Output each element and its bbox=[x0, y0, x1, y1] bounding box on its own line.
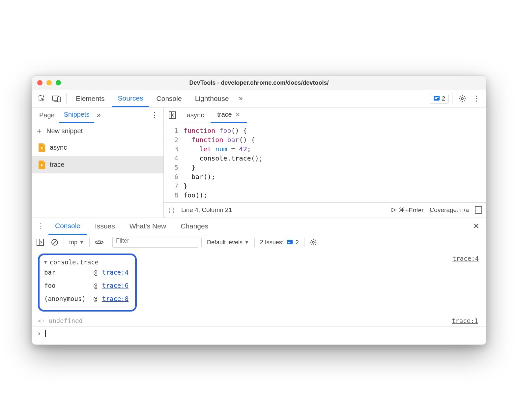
svg-point-15 bbox=[312, 241, 314, 243]
clear-console-icon[interactable] bbox=[49, 239, 60, 246]
line-gutter: 12345678 bbox=[164, 126, 184, 200]
sources-panel: Page Snippets » ⋮ ＋ New snippet asynctra… bbox=[32, 107, 486, 218]
snippet-file-icon bbox=[39, 143, 46, 152]
svg-rect-9 bbox=[37, 239, 43, 246]
toggle-drawer-icon[interactable] bbox=[475, 206, 482, 214]
frame-function: foo bbox=[44, 279, 94, 292]
code-content: function foo() { function bar() { let nu… bbox=[184, 126, 486, 200]
prompt-caret-icon: › bbox=[37, 329, 41, 337]
drawer-tab-whatsnew[interactable]: What's New bbox=[123, 218, 173, 235]
text-cursor bbox=[45, 330, 46, 337]
new-snippet-label: New snippet bbox=[46, 127, 83, 135]
snippet-list: asynctrace bbox=[32, 139, 163, 173]
editor-tab[interactable]: trace✕ bbox=[211, 107, 246, 123]
frame-source-link[interactable]: trace:4 bbox=[102, 266, 129, 279]
tab-sources[interactable]: Sources bbox=[112, 90, 149, 107]
drawer-kebab-icon[interactable]: ⋮ bbox=[35, 222, 47, 230]
editor-tab-label: async bbox=[187, 111, 204, 119]
undefined-value: undefined bbox=[49, 317, 83, 324]
console-settings-gear-icon[interactable] bbox=[308, 239, 319, 246]
navigator-kebab-icon[interactable]: ⋮ bbox=[148, 111, 161, 119]
snippet-file-icon bbox=[39, 161, 46, 169]
new-snippet-button[interactable]: ＋ New snippet bbox=[32, 123, 163, 139]
console-sidebar-toggle-icon[interactable] bbox=[35, 239, 46, 246]
frame-source-link[interactable]: trace:6 bbox=[102, 279, 129, 292]
console-result-row: <· undefined trace:1 bbox=[32, 315, 486, 327]
return-arrow-icon: <· bbox=[38, 317, 45, 324]
at-symbol: @ bbox=[94, 279, 102, 292]
log-levels-selector[interactable]: Default levels ▼ bbox=[205, 239, 251, 246]
tab-lighthouse[interactable]: Lighthouse bbox=[189, 90, 235, 107]
minimize-window-button[interactable] bbox=[46, 80, 52, 85]
device-toolbar-icon[interactable] bbox=[50, 92, 63, 105]
issues-count: 2 bbox=[296, 239, 299, 246]
at-symbol: @ bbox=[94, 292, 102, 305]
editor-tab[interactable]: async bbox=[180, 107, 211, 123]
frame-source-link[interactable]: trace:8 bbox=[102, 292, 129, 305]
tab-elements[interactable]: Elements bbox=[70, 90, 111, 107]
more-navigator-tabs-icon[interactable]: » bbox=[94, 111, 103, 119]
close-drawer-icon[interactable]: ✕ bbox=[469, 222, 483, 231]
console-prompt[interactable]: › bbox=[32, 327, 486, 345]
navigator-tab-page[interactable]: Page bbox=[35, 107, 59, 123]
context-selector[interactable]: top ▼ bbox=[67, 239, 86, 246]
cursor-position: Line 4, Column 21 bbox=[181, 206, 232, 214]
svg-line-12 bbox=[53, 240, 57, 244]
navigator-tab-snippets[interactable]: Snippets bbox=[59, 107, 94, 123]
stack-frame: (anonymous)@trace:8 bbox=[44, 292, 129, 305]
stack-frame: foo@trace:6 bbox=[44, 279, 129, 292]
drawer-tab-issues[interactable]: Issues bbox=[88, 218, 122, 235]
coverage-status: Coverage: n/a bbox=[430, 206, 469, 214]
editor-tab-label: trace bbox=[217, 111, 232, 118]
trace-label: console.trace bbox=[49, 258, 99, 266]
traffic-lights bbox=[37, 80, 61, 85]
toolbar-divider bbox=[66, 93, 67, 104]
console-toolbar: top ▼ Filter Default levels ▼ 2 Issues: … bbox=[32, 235, 486, 250]
drawer-tab-changes[interactable]: Changes bbox=[174, 218, 215, 235]
issues-summary[interactable]: 2 Issues: 2 bbox=[258, 239, 301, 246]
drawer-tab-console[interactable]: Console bbox=[48, 218, 87, 235]
main-toolbar: Elements Sources Console Lighthouse » 2 … bbox=[32, 90, 486, 107]
filter-input[interactable]: Filter bbox=[112, 237, 198, 248]
close-window-button[interactable] bbox=[37, 80, 43, 85]
drawer-tabs: ⋮ Console Issues What's New Changes ✕ bbox=[32, 218, 486, 235]
maximize-window-button[interactable] bbox=[56, 80, 61, 85]
more-tabs-icon[interactable]: » bbox=[236, 94, 245, 103]
close-tab-icon[interactable]: ✕ bbox=[235, 111, 240, 118]
editor-tabs: asynctrace✕ bbox=[164, 107, 486, 123]
live-expression-icon[interactable] bbox=[93, 239, 105, 245]
source-link[interactable]: trace:1 bbox=[452, 317, 480, 324]
issues-badge[interactable]: 2 bbox=[430, 94, 449, 104]
context-label: top bbox=[69, 239, 77, 246]
source-link[interactable]: trace:4 bbox=[452, 250, 486, 262]
code-editor[interactable]: 12345678 function foo() { function bar()… bbox=[164, 123, 486, 202]
svg-rect-2 bbox=[57, 97, 60, 102]
pretty-print-icon[interactable]: { } bbox=[168, 206, 175, 214]
snippet-name: async bbox=[50, 144, 67, 151]
window-title: DevTools - developer.chrome.com/docs/dev… bbox=[32, 79, 486, 86]
trace-header[interactable]: ▼ console.trace bbox=[44, 258, 129, 266]
titlebar: DevTools - developer.chrome.com/docs/dev… bbox=[32, 76, 486, 90]
stack-frame: bar@trace:4 bbox=[44, 266, 129, 279]
expand-triangle-icon: ▼ bbox=[44, 259, 47, 265]
stack-trace-block: ▼ console.trace bar@trace:4foo@trace:6(a… bbox=[38, 254, 137, 312]
kebab-menu-icon[interactable]: ⋮ bbox=[470, 94, 483, 103]
dropdown-triangle-icon: ▼ bbox=[79, 240, 84, 245]
tab-console[interactable]: Console bbox=[151, 90, 188, 107]
dropdown-triangle-icon: ▼ bbox=[245, 240, 249, 245]
inspect-element-icon[interactable] bbox=[35, 92, 48, 105]
run-hint: ⌘+Enter bbox=[399, 206, 424, 214]
devtools-window: DevTools - developer.chrome.com/docs/dev… bbox=[32, 75, 486, 345]
frame-function: bar bbox=[44, 266, 94, 279]
console-output: ▼ console.trace bar@trace:4foo@trace:6(a… bbox=[32, 250, 486, 345]
plus-icon: ＋ bbox=[35, 126, 43, 136]
snippet-name: trace bbox=[50, 161, 64, 168]
snippet-item[interactable]: trace bbox=[32, 156, 163, 173]
run-snippet-button[interactable]: ⌘+Enter bbox=[391, 206, 424, 214]
navigator-tabs: Page Snippets » ⋮ bbox=[32, 107, 163, 123]
snippet-item[interactable]: async bbox=[32, 139, 163, 156]
settings-gear-icon[interactable] bbox=[456, 92, 469, 105]
toggle-navigator-icon[interactable] bbox=[166, 109, 178, 121]
levels-label: Default levels bbox=[207, 239, 243, 246]
toolbar-divider bbox=[452, 93, 452, 104]
